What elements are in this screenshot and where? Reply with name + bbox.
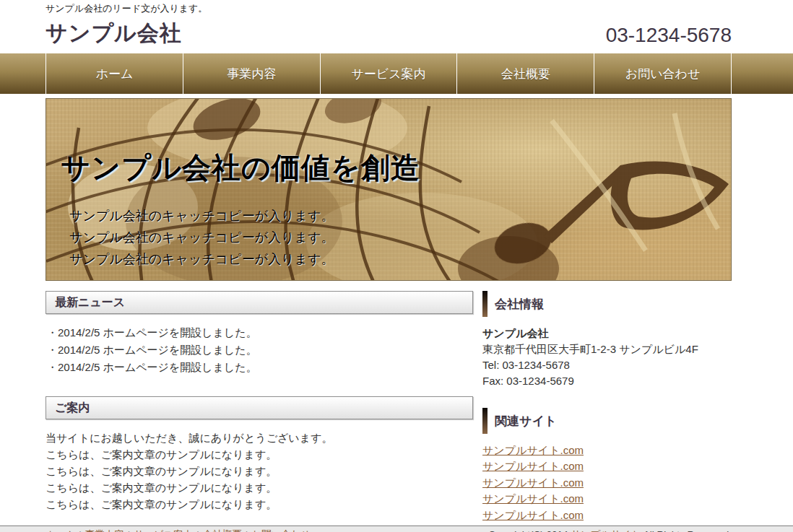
related-site-link[interactable]: サンプルサイト.com (482, 460, 584, 472)
footer-separator: | (246, 529, 248, 532)
news-item: ・2014/2/5 ホームページを開設しました。 (47, 341, 473, 359)
related-site-link[interactable]: サンプルサイト.com (482, 492, 584, 505)
footer-inner: ホーム|事業内容|サービス案内|会社概要|お問い合わせ Copyright(C)… (46, 526, 732, 532)
list-item: サンプルサイト.com (482, 507, 732, 523)
list-item: サンプルサイト.com (482, 458, 732, 474)
news-item: ・2014/2/5 ホームページを開設しました。 (47, 359, 473, 376)
footer-copyright: Copyright(C) 2014 サンプルサイト All Rights Res… (488, 528, 732, 532)
guide-heading-label: ご案内 (55, 401, 90, 416)
guide-line: こちらは、ご案内文章のサンプルになります。 (46, 446, 473, 463)
nav-item-company[interactable]: 会社概要 (456, 53, 594, 94)
related-sites-heading-label: 関連サイト (495, 413, 557, 429)
footer: ホーム|事業内容|サービス案内|会社概要|お問い合わせ Copyright(C)… (0, 526, 793, 532)
right-sidebar: 会社情報 サンプル会社 東京都千代田区大手町1-2-3 サンプルビル4F Tel… (482, 291, 732, 523)
company-info-heading-label: 会社情報 (495, 296, 544, 313)
site-title: サンプル会社 (46, 19, 182, 48)
lead-text: サンプル会社のリード文が入ります。 (0, 0, 793, 15)
copyright-prefix: Copyright(C) 2014 (488, 529, 571, 532)
nav-item-home[interactable]: ホーム (46, 53, 183, 94)
hero-catch-line: サンプル会社のキャッチコピーが入ります。 (69, 248, 334, 270)
company-fax: Fax: 03-1234-5679 (482, 373, 732, 389)
footer-separator: | (79, 529, 82, 532)
nav-list: ホーム 事業内容 サービス案内 会社概要 お問い合わせ (46, 53, 732, 94)
hero-catch-line: サンプル会社のキャッチコピーが入ります。 (69, 205, 334, 227)
guide-text: 当サイトにお越しいただき、誠にありがとうございます。 こちらは、ご案内文章のサン… (46, 429, 473, 513)
footer-separator: | (128, 529, 131, 532)
heading-accent-bar (482, 291, 488, 317)
heading-accent-bar (482, 408, 488, 434)
header-phone-number: 03-1234-5678 (606, 24, 732, 48)
hero-light-streaks (552, 113, 718, 250)
company-tel: Tel: 03-1234-5678 (482, 357, 732, 373)
company-info: サンプル会社 東京都千代田区大手町1-2-3 サンプルビル4F Tel: 03-… (482, 326, 732, 389)
guide-line: こちらは、ご案内文章のサンプルになります。 (46, 463, 473, 479)
list-item: サンプルサイト.com (482, 442, 732, 458)
list-item: サンプルサイト.com (482, 491, 732, 507)
main-content: 最新ニュース ・2014/2/5 ホームページを開設しました。 ・2014/2/… (46, 291, 732, 523)
guide-line: 当サイトにお越しいただき、誠にありがとうございます。 (46, 429, 473, 446)
company-address: 東京都千代田区大手町1-2-3 サンプルビル4F (482, 341, 732, 357)
nav-item-services[interactable]: サービス案内 (320, 53, 457, 94)
footer-link-contact[interactable]: お問い合わせ (251, 529, 311, 532)
guide-heading: ご案内 (46, 396, 473, 419)
guide-line: こちらは、ご案内文章のサンプルになります。 (46, 496, 473, 513)
related-sites-heading: 関連サイト (482, 408, 732, 434)
related-site-link[interactable]: サンプルサイト.com (482, 476, 584, 489)
related-links-list: サンプルサイト.com サンプルサイト.com サンプルサイト.com サンプル… (482, 442, 732, 523)
footer-link-services[interactable]: サービス案内 (134, 529, 193, 532)
header: サンプル会社 03-1234-5678 (0, 15, 793, 53)
news-item: ・2014/2/5 ホームページを開設しました。 (47, 324, 473, 341)
hero-catch-line: サンプル会社のキャッチコピーが入ります。 (69, 227, 334, 248)
hero-catch-copy: サンプル会社のキャッチコピーが入ります。 サンプル会社のキャッチコピーが入ります… (69, 205, 334, 270)
company-info-heading: 会社情報 (482, 291, 732, 317)
footer-separator: | (196, 529, 199, 532)
footer-link-business[interactable]: 事業内容 (85, 529, 124, 532)
news-heading: 最新ニュース (46, 291, 473, 314)
list-item: サンプルサイト.com (482, 475, 732, 491)
news-heading-label: 最新ニュース (55, 295, 125, 310)
footer-links: ホーム|事業内容|サービス案内|会社概要|お問い合わせ (46, 528, 311, 532)
guide-line: こちらは、ご案内文章のサンプルになります。 (46, 479, 473, 496)
hero-banner: サンプル会社の価値を創造 サンプル会社のキャッチコピーが入ります。 サンプル会社… (46, 98, 732, 281)
footer-link-company[interactable]: 会社概要 (203, 529, 242, 532)
left-column: 最新ニュース ・2014/2/5 ホームページを開設しました。 ・2014/2/… (46, 291, 473, 523)
nav-item-contact[interactable]: お問い合わせ (594, 53, 732, 94)
footer-copyright-link[interactable]: サンプルサイト (571, 529, 641, 532)
copyright-suffix: All Rights Reserved. (641, 529, 732, 532)
main-nav: ホーム 事業内容 サービス案内 会社概要 お問い合わせ (0, 53, 793, 94)
related-site-link[interactable]: サンプルサイト.com (482, 444, 584, 456)
news-list: ・2014/2/5 ホームページを開設しました。 ・2014/2/5 ホームペー… (46, 324, 473, 376)
hero-headline: サンプル会社の価値を創造 (61, 148, 420, 188)
page: サンプル会社のリード文が入ります。 サンプル会社 03-1234-5678 ホー… (0, 0, 793, 532)
related-site-link[interactable]: サンプルサイト.com (482, 509, 584, 521)
footer-link-home[interactable]: ホーム (46, 529, 75, 532)
nav-item-business[interactable]: 事業内容 (183, 53, 320, 94)
company-name: サンプル会社 (482, 326, 732, 341)
